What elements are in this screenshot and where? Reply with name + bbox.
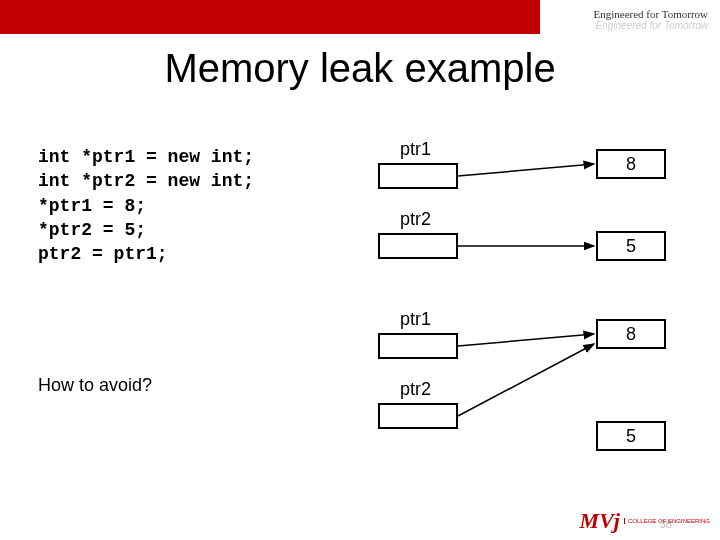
logo-subtext: COLLEGE OF ENGINEERING bbox=[624, 518, 710, 524]
ptr2-label: ptr2 bbox=[400, 209, 431, 230]
code-line: ptr2 = ptr1; bbox=[38, 242, 254, 266]
svg-line-2 bbox=[458, 334, 594, 346]
code-line: *ptr2 = 5; bbox=[38, 218, 254, 242]
code-line: *ptr1 = 8; bbox=[38, 194, 254, 218]
ptr1-box bbox=[378, 163, 458, 189]
footer-logo: MVj COLLEGE OF ENGINEERING bbox=[580, 508, 710, 534]
tagline-ghost: Engineered for Tomorrow bbox=[596, 20, 708, 31]
ptr1-label-2: ptr1 bbox=[400, 309, 431, 330]
ptr1-label: ptr1 bbox=[400, 139, 431, 160]
value-8-2: 8 bbox=[626, 324, 636, 345]
code-block: int *ptr1 = new int; int *ptr2 = new int… bbox=[38, 145, 254, 266]
slide-title: Memory leak example bbox=[0, 46, 720, 91]
value-box-5-leaked: 5 bbox=[596, 421, 666, 451]
code-line: int *ptr2 = new int; bbox=[38, 169, 254, 193]
svg-line-0 bbox=[458, 164, 594, 176]
ptr1-box-2 bbox=[378, 333, 458, 359]
tagline: Engineered for Tomorrow bbox=[594, 8, 709, 20]
ptr2-box bbox=[378, 233, 458, 259]
value-5-2: 5 bbox=[626, 426, 636, 447]
header-bar: Engineered for Tomorrow Engineered for T… bbox=[0, 0, 720, 34]
logo-text: MVj bbox=[580, 508, 620, 534]
ptr2-label-2: ptr2 bbox=[400, 379, 431, 400]
ptr2-box-2 bbox=[378, 403, 458, 429]
how-to-avoid-text: How to avoid? bbox=[38, 375, 152, 396]
value-box-8-2: 8 bbox=[596, 319, 666, 349]
value-8: 8 bbox=[626, 154, 636, 175]
value-box-5: 5 bbox=[596, 231, 666, 261]
slide-content: int *ptr1 = new int; int *ptr2 = new int… bbox=[0, 91, 720, 540]
value-box-8: 8 bbox=[596, 149, 666, 179]
code-line: int *ptr1 = new int; bbox=[38, 145, 254, 169]
value-5: 5 bbox=[626, 236, 636, 257]
svg-line-3 bbox=[458, 344, 594, 416]
